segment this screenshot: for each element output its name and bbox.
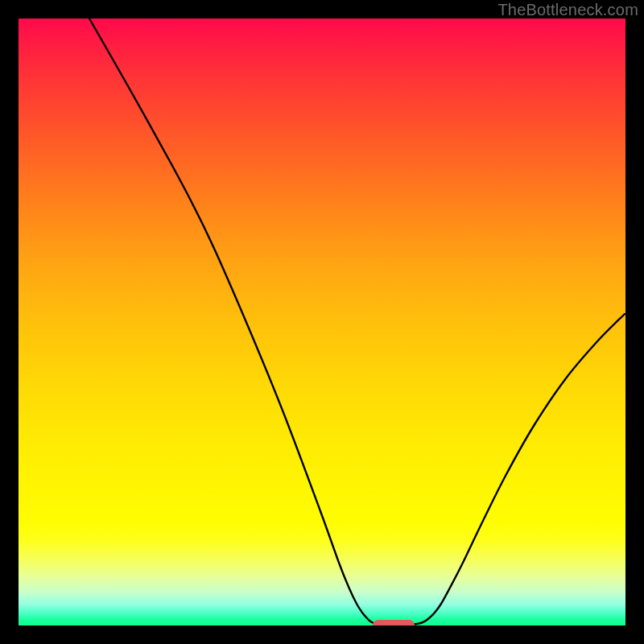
plot-area	[19, 19, 625, 625]
watermark-text: TheBottleneck.com	[497, 1, 638, 19]
chart-frame: TheBottleneck.com	[0, 0, 644, 644]
optimal-range-marker	[373, 620, 415, 625]
bottleneck-curve	[19, 19, 625, 625]
